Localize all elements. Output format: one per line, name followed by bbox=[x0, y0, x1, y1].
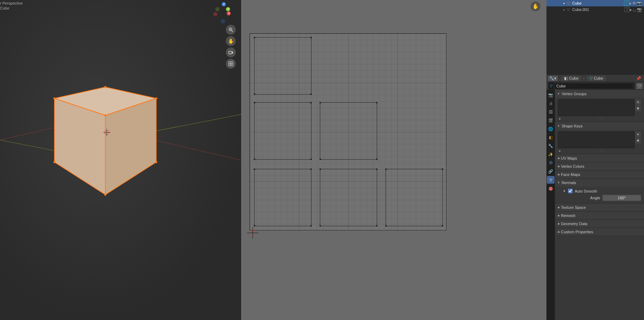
svg-marker-3 bbox=[105, 98, 156, 195]
mesh-icon: ▽ bbox=[550, 84, 552, 88]
svg-point-10 bbox=[155, 161, 157, 163]
auto-smooth-checkbox[interactable] bbox=[568, 189, 573, 193]
auto-smooth-label: Auto Smooth bbox=[575, 189, 597, 193]
panel-header-normals[interactable]: ▼Normals bbox=[555, 179, 644, 187]
uv-face[interactable] bbox=[320, 102, 377, 160]
panel-drag-handle[interactable]: ▸:::: bbox=[558, 149, 641, 153]
svg-point-9 bbox=[53, 161, 55, 163]
panel-header-vertex-colors[interactable]: ▶Vertex Colors bbox=[555, 162, 644, 170]
svg-point-6 bbox=[104, 86, 106, 88]
properties-content[interactable]: ▼Vertex Groups +▾ ▸:::: ▼Shape Keys bbox=[555, 90, 644, 320]
specials-button[interactable]: ▾ bbox=[635, 138, 641, 143]
panel-header-geometry-data[interactable]: ▶Geometry Data bbox=[555, 220, 644, 228]
breadcrumb-mesh[interactable]: ▽Cube bbox=[587, 76, 606, 81]
panel-header-texture-space[interactable]: ▶Texture Space bbox=[555, 204, 644, 211]
panel-header-vertex-groups[interactable]: ▼Vertex Groups bbox=[555, 90, 644, 98]
panel-normals: ▼Normals ▼ Auto Smooth Angle 180° bbox=[555, 179, 644, 204]
mesh-icon: ▽ bbox=[566, 7, 571, 12]
camera-view-button[interactable] bbox=[226, 47, 236, 57]
render-icon[interactable]: 📷 bbox=[637, 7, 642, 12]
specials-button[interactable]: ▾ bbox=[635, 105, 641, 111]
panel-texture-space: ▶Texture Space bbox=[555, 204, 644, 212]
cursor-2d-icon bbox=[247, 227, 258, 239]
breadcrumb-object[interactable]: ◧Cube bbox=[561, 76, 581, 81]
uv-face[interactable] bbox=[254, 169, 311, 226]
svg-rect-23 bbox=[231, 64, 233, 66]
tab-mesh-data[interactable]: ▽ bbox=[547, 176, 555, 184]
visibility-icon[interactable]: 👁 bbox=[632, 1, 636, 5]
outliner-item-cube[interactable]: ▸ ▽ Cube ▽ ▸ 👁 📷 bbox=[546, 0, 644, 6]
outliner-item-cube001[interactable]: ▸ ▽ Cube.001 ▽ ▸ ◡ 📷 bbox=[546, 6, 644, 13]
panel-vertex-groups: ▼Vertex Groups +▾ ▸:::: bbox=[555, 90, 644, 122]
fake-user-button[interactable]: 🛡 bbox=[636, 83, 643, 89]
tab-output[interactable]: 🖨 bbox=[547, 99, 555, 107]
svg-rect-22 bbox=[229, 64, 230, 66]
panel-custom-properties: ▶Custom Properties bbox=[555, 228, 644, 236]
uv-face[interactable] bbox=[320, 169, 377, 226]
svg-point-8 bbox=[104, 114, 106, 116]
zoom-button[interactable] bbox=[226, 25, 236, 35]
uv-face[interactable] bbox=[386, 169, 443, 226]
panel-drag-handle[interactable]: ▸:::: bbox=[558, 117, 641, 120]
mesh-icon: ▽ bbox=[590, 76, 592, 81]
tab-scene[interactable]: 🎬 bbox=[547, 116, 555, 124]
uv-face[interactable] bbox=[254, 37, 311, 95]
tab-viewlayer[interactable]: 🖼 bbox=[547, 108, 555, 116]
tab-material[interactable]: ⬤ bbox=[547, 184, 555, 192]
panel-header-face-maps[interactable]: ▶Face Maps bbox=[555, 171, 644, 178]
mesh-name-row: ▽ 🛡 bbox=[546, 82, 644, 90]
selectable-icon[interactable]: ▸ bbox=[630, 1, 632, 6]
panel-remesh: ▶Remesh bbox=[555, 212, 644, 220]
cube-object[interactable] bbox=[52, 85, 158, 198]
right-panel: ▸ ▽ Cube ▽ ▸ 👁 📷 ▸ ▽ Cube.001 ▽ ▸ ◡ bbox=[546, 0, 644, 320]
svg-rect-19 bbox=[229, 51, 232, 54]
mesh-name-input[interactable] bbox=[554, 83, 633, 89]
visibility-icon[interactable]: ◡ bbox=[633, 7, 636, 12]
outliner[interactable]: ▸ ▽ Cube ▽ ▸ 👁 📷 ▸ ▽ Cube.001 ▽ ▸ ◡ bbox=[546, 0, 644, 74]
pin-icon[interactable]: 📌 bbox=[635, 76, 643, 81]
tab-particles[interactable]: ✨ bbox=[547, 150, 555, 158]
tab-modifiers[interactable]: 🔧 bbox=[547, 142, 555, 150]
uv-face[interactable] bbox=[254, 102, 311, 160]
mesh-data-icon[interactable]: ▽ bbox=[624, 1, 630, 6]
viewport-3d[interactable]: r Perspective Cube bbox=[0, 0, 241, 320]
orientation-gizmo[interactable]: Z Y X bbox=[212, 2, 233, 23]
mesh-icon: ▽ bbox=[566, 1, 571, 6]
svg-rect-20 bbox=[229, 62, 230, 63]
add-button[interactable]: + bbox=[635, 132, 641, 137]
shape-keys-list[interactable]: +▾ bbox=[558, 131, 635, 148]
selectable-icon[interactable]: ▸ bbox=[630, 7, 632, 12]
editor-type-button[interactable]: 🔧▾ bbox=[548, 76, 558, 81]
panel-header-custom-properties[interactable]: ▶Custom Properties bbox=[555, 228, 644, 236]
uv-canvas[interactable] bbox=[250, 33, 446, 230]
panel-header-remesh[interactable]: ▶Remesh bbox=[555, 212, 644, 219]
panel-vertex-colors: ▶Vertex Colors bbox=[555, 162, 644, 171]
add-button[interactable]: + bbox=[635, 99, 641, 105]
render-icon[interactable]: 📷 bbox=[637, 1, 642, 6]
viewport-uv[interactable]: ✋ bbox=[241, 0, 546, 320]
svg-line-16 bbox=[232, 30, 233, 32]
panel-header-uv-maps[interactable]: ▶UV Maps bbox=[555, 154, 644, 162]
tab-render[interactable]: 📷 bbox=[547, 91, 555, 99]
tab-physics[interactable]: ⦿ bbox=[547, 159, 555, 167]
uv-pan-button[interactable]: ✋ bbox=[531, 1, 540, 11]
angle-field[interactable]: 180° bbox=[602, 195, 641, 201]
tab-object[interactable]: ◧ bbox=[547, 133, 555, 141]
gizmo-ny-axis[interactable] bbox=[215, 7, 219, 11]
tab-world[interactable]: 🌐 bbox=[547, 125, 555, 133]
properties-tabs: 📷 🖨 🖼 🎬 🌐 ◧ 🔧 ✨ ⦿ 🔗 ▽ ⬤ bbox=[546, 90, 555, 320]
panel-geometry-data: ▶Geometry Data bbox=[555, 220, 644, 228]
tab-constraints[interactable]: 🔗 bbox=[547, 167, 555, 175]
object-icon: ◧ bbox=[564, 76, 568, 81]
gizmo-nx-axis[interactable] bbox=[213, 12, 217, 16]
panel-uv-maps: ▶UV Maps bbox=[555, 154, 644, 162]
pan-button[interactable]: ✋ bbox=[226, 36, 236, 46]
viewport-label: r Perspective Cube bbox=[0, 1, 23, 11]
mesh-data-icon[interactable]: ▽ bbox=[624, 7, 630, 12]
mesh-datablock-selector[interactable]: ▽ bbox=[548, 82, 635, 90]
gizmo-nz-axis[interactable] bbox=[221, 19, 225, 23]
panel-shape-keys: ▼Shape Keys +▾ ▸:::: bbox=[555, 122, 644, 154]
vertex-groups-list[interactable]: +▾ bbox=[558, 99, 635, 116]
panel-header-shape-keys[interactable]: ▼Shape Keys bbox=[555, 122, 644, 130]
perspective-toggle-button[interactable] bbox=[226, 59, 236, 69]
